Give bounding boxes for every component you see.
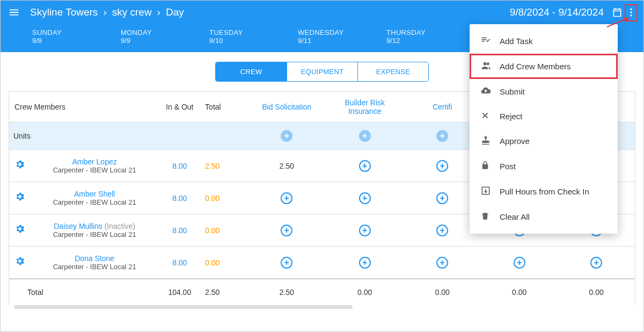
- crew-member-role: Carpenter - IBEW Local 21: [35, 263, 155, 271]
- add-hours-button[interactable]: +: [436, 257, 448, 269]
- menu-item-reject[interactable]: Reject: [470, 104, 618, 128]
- breadcrumb: Skyline Towers › sky crew › Day: [22, 6, 510, 18]
- day-tab[interactable]: THURSDAY9/12: [379, 24, 467, 52]
- in-out-value[interactable]: 8.00: [158, 247, 201, 279]
- menu-item-label: Pull Hours from Check In: [500, 187, 589, 196]
- menu-item-pull-hours-from-check-in[interactable]: Pull Hours from Check In: [470, 179, 618, 204]
- add-units-button[interactable]: +: [359, 130, 371, 142]
- date-range[interactable]: 9/8/2024 - 9/14/2024: [510, 6, 610, 18]
- view-toggle-group: CREW EQUIPMENT EXPENSE: [215, 62, 429, 82]
- crew-member-link[interactable]: Daisey Mullins: [54, 222, 102, 230]
- gear-icon[interactable]: [14, 225, 25, 236]
- add-units-button[interactable]: +: [436, 130, 448, 142]
- playlist-check-icon: [480, 35, 500, 47]
- group-add-icon: [480, 60, 500, 73]
- menu-item-clear-all[interactable]: Clear All: [470, 204, 618, 229]
- chevron-right-icon: ›: [152, 6, 166, 18]
- svg-point-6: [487, 62, 489, 65]
- col-cost-insurance[interactable]: Builder Risk Insurance: [326, 92, 404, 122]
- cost-cell: +: [247, 182, 326, 214]
- total-value: 2.50: [201, 150, 247, 182]
- menu-item-approve[interactable]: Approve: [470, 128, 618, 154]
- cost-cell: 2.50: [247, 150, 326, 182]
- day-tab[interactable]: SUNDAY9/8: [25, 24, 113, 52]
- stamp-icon: [480, 135, 500, 147]
- cost-cell: +: [247, 214, 326, 247]
- total-value: 0.00: [201, 214, 247, 247]
- add-hours-button[interactable]: +: [281, 225, 292, 236]
- hamburger-menu-icon[interactable]: [6, 6, 22, 18]
- total-value: 0.00: [201, 247, 247, 279]
- cost-cell: +: [247, 247, 326, 279]
- menu-item-add-task[interactable]: Add Task: [470, 28, 618, 54]
- trash-icon: [480, 211, 500, 223]
- add-hours-button[interactable]: +: [281, 192, 292, 204]
- add-hours-button[interactable]: +: [281, 257, 292, 269]
- gear-icon[interactable]: [14, 192, 25, 204]
- add-hours-button[interactable]: +: [359, 257, 371, 269]
- col-cost-bid[interactable]: Bid Solicitation: [247, 92, 326, 122]
- add-hours-button[interactable]: +: [436, 192, 448, 204]
- crew-member-role: Carpenter - IBEW Local 21: [35, 166, 155, 174]
- menu-item-label: Submit: [500, 87, 525, 96]
- crew-member-role: Carpenter - IBEW Local 21: [35, 198, 155, 206]
- in-out-value[interactable]: 8.00: [158, 182, 201, 214]
- menu-item-submit[interactable]: Submit: [470, 79, 618, 104]
- import-icon: [480, 185, 500, 198]
- add-hours-button[interactable]: +: [436, 225, 448, 236]
- col-crew-members: Crew Members: [9, 92, 158, 122]
- menu-item-label: Post: [500, 162, 516, 171]
- day-tab[interactable]: WEDNESDAY9/11: [290, 24, 379, 52]
- gear-icon[interactable]: [14, 160, 25, 172]
- menu-item-post[interactable]: Post: [470, 154, 618, 179]
- in-out-value[interactable]: 8.00: [158, 150, 201, 182]
- add-hours-button[interactable]: +: [514, 257, 525, 269]
- crew-member-link[interactable]: Amber Shell: [74, 190, 115, 198]
- in-out-value[interactable]: 8.00: [158, 214, 201, 247]
- total-row: Total 104.002.50 2.500.000.000.000.00: [9, 279, 635, 305]
- more-vert-icon[interactable]: [624, 7, 638, 18]
- crew-member-link[interactable]: Amber Lopez: [72, 157, 116, 166]
- tab-equipment[interactable]: EQUIPMENT: [287, 62, 357, 81]
- tab-crew[interactable]: CREW: [216, 62, 287, 81]
- crew-member-role: Carpenter - IBEW Local 21: [35, 230, 155, 239]
- close-icon: [480, 111, 500, 122]
- gear-icon[interactable]: [14, 257, 25, 269]
- breadcrumb-crew[interactable]: sky crew: [112, 6, 152, 18]
- menu-item-add-crew-members[interactable]: Add Crew Members: [470, 54, 618, 79]
- svg-point-2: [630, 15, 632, 16]
- crew-member-link[interactable]: Dona Stone: [75, 254, 114, 263]
- add-units-button[interactable]: +: [281, 130, 292, 142]
- breadcrumb-view[interactable]: Day: [166, 6, 184, 18]
- cloud-upload-icon: [480, 85, 500, 98]
- lock-icon: [480, 160, 500, 172]
- add-hours-button[interactable]: +: [359, 225, 371, 236]
- add-hours-button[interactable]: +: [359, 160, 371, 172]
- tab-expense[interactable]: EXPENSE: [357, 62, 428, 81]
- add-hours-button[interactable]: +: [590, 257, 602, 269]
- svg-point-1: [630, 11, 632, 13]
- breadcrumb-project[interactable]: Skyline Towers: [30, 6, 98, 18]
- add-hours-button[interactable]: +: [359, 192, 371, 204]
- svg-point-0: [630, 9, 632, 10]
- chevron-right-icon: ›: [98, 6, 112, 18]
- day-tab[interactable]: MONDAY9/9: [113, 24, 202, 52]
- col-total: Total: [201, 92, 247, 122]
- table-row: Dona StoneCarpenter - IBEW Local 21 8.00…: [9, 247, 635, 279]
- menu-item-label: Approve: [500, 136, 530, 146]
- day-tab[interactable]: TUESDAY9/10: [202, 24, 290, 52]
- svg-point-5: [484, 62, 487, 66]
- menu-item-label: Add Crew Members: [500, 62, 571, 71]
- actions-menu: Add TaskAdd Crew MembersSubmitRejectAppr…: [470, 24, 618, 234]
- menu-item-label: Add Task: [500, 37, 532, 46]
- menu-item-label: Clear All: [500, 212, 530, 221]
- units-label: Units: [9, 122, 158, 150]
- menu-item-label: Reject: [500, 112, 523, 121]
- calendar-icon[interactable]: [610, 7, 624, 18]
- horizontal-scrollbar[interactable]: [9, 305, 635, 311]
- total-value: 0.00: [201, 182, 247, 214]
- col-in-out: In & Out: [158, 92, 201, 122]
- add-hours-button[interactable]: +: [436, 160, 448, 172]
